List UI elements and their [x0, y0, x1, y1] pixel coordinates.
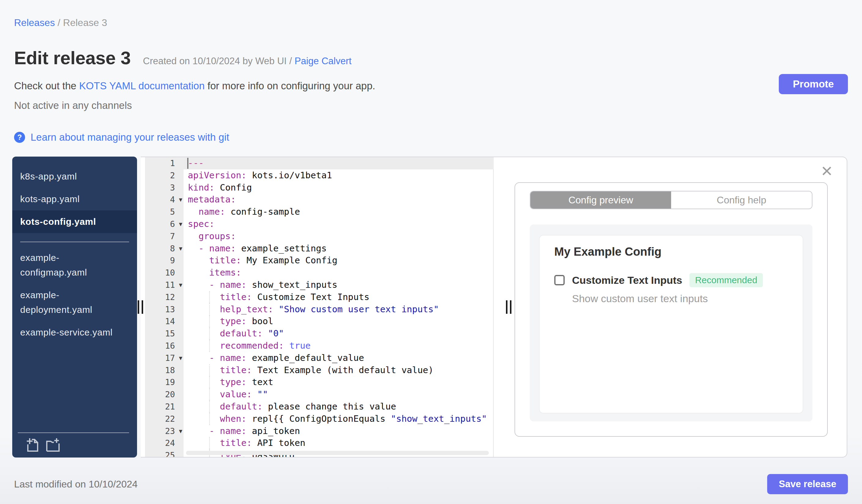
code-line[interactable]: 1---	[145, 157, 494, 170]
code-text: title: My Example Config	[184, 254, 494, 267]
promote-button[interactable]: Promote	[779, 74, 848, 94]
line-number: 10	[145, 267, 184, 279]
sidebar-file-example-service.yaml[interactable]: example-service.yaml	[12, 321, 137, 344]
code-text: - name: show_text_inputs	[184, 279, 494, 291]
line-number: 16	[145, 340, 184, 352]
last-modified: Last modified on 10/10/2024	[14, 479, 138, 490]
line-number: 13	[145, 303, 184, 316]
close-icon[interactable]	[822, 166, 832, 176]
code-line[interactable]: 10 items:	[145, 267, 494, 279]
created-text: Created on 10/10/2024 by Web UI /	[143, 56, 292, 66]
line-number: 19	[145, 376, 184, 388]
line-number: 3	[145, 182, 184, 194]
code-line[interactable]: 7 groups:	[145, 230, 494, 242]
kots-yaml-doc-link[interactable]: KOTS YAML documentation	[79, 80, 205, 91]
line-number: 20	[145, 388, 184, 401]
code-text: title: Text Example (with default value)	[184, 364, 494, 376]
code-line[interactable]: 19 type: text	[145, 376, 494, 388]
tab-config-help[interactable]: Config help	[671, 191, 812, 209]
sidebar-file-kots-config.yaml[interactable]: kots-config.yaml	[12, 210, 137, 233]
fold-arrow-icon[interactable]: ▾	[179, 218, 182, 230]
sidebar-file-k8s-app.yaml[interactable]: k8s-app.yaml	[12, 165, 137, 188]
fold-arrow-icon[interactable]: ▾	[179, 279, 182, 291]
recommended-badge: Recommended	[690, 273, 762, 287]
save-release-button[interactable]: Save release	[767, 474, 848, 494]
code-line[interactable]: 22 when: repl{{ ConfigOptionEquals "show…	[145, 413, 494, 425]
file-list: k8s-app.yamlkots-app.yamlkots-config.yam…	[12, 165, 137, 344]
code-line[interactable]: 23▾ - name: api_token	[145, 425, 494, 437]
sidebar-file-example-configmap.yaml[interactable]: example-configmap.yaml	[12, 247, 137, 284]
line-number: 7	[145, 230, 184, 242]
code-line[interactable]: 6▾spec:	[145, 218, 494, 230]
add-file-icon[interactable]	[26, 438, 39, 452]
code-line[interactable]: 24 title: API token	[145, 437, 494, 449]
line-number: 24	[145, 437, 184, 449]
fold-arrow-icon[interactable]: ▾	[179, 194, 182, 206]
code-line[interactable]: 8▾ - name: example_settings	[145, 242, 494, 255]
code-line[interactable]: 9 title: My Example Config	[145, 254, 494, 267]
line-number: 11▾	[145, 279, 184, 291]
code-line[interactable]: 21 default: please change this value	[145, 401, 494, 413]
title-row: Edit release 3 Created on 10/10/2024 by …	[14, 48, 848, 68]
text-cursor	[187, 158, 188, 169]
code-line[interactable]: 17▾ - name: example_default_value	[145, 352, 494, 364]
code-line[interactable]: 4▾metadata:	[145, 194, 494, 206]
sidebar-file-example-deployment.yaml[interactable]: example-deployment.yaml	[12, 284, 137, 321]
code-text: default: please change this value	[184, 401, 494, 413]
line-number: 1	[145, 157, 184, 170]
breadcrumb-link-releases[interactable]: Releases	[14, 17, 55, 28]
code-text: help_text: "Show custom user text inputs…	[184, 303, 494, 316]
code-line[interactable]: 15 default: "0"	[145, 328, 494, 340]
code-text: ---	[184, 157, 494, 170]
sidebar-footer	[18, 433, 129, 457]
sidebar-file-kots-app.yaml[interactable]: kots-app.yaml	[12, 188, 137, 210]
doc-hint: Check out the KOTS YAML documentation fo…	[14, 80, 848, 92]
code-line[interactable]: 16 recommended: true	[145, 340, 494, 352]
fold-arrow-icon[interactable]: ▾	[179, 242, 182, 255]
code-text: metadata:	[184, 194, 494, 206]
line-number: 21	[145, 401, 184, 413]
code-line[interactable]: 3kind: Config	[145, 182, 494, 194]
doc-hint-pre: Check out the	[14, 80, 79, 91]
code-text: type: text	[184, 376, 494, 388]
line-number: 23▾	[145, 425, 184, 437]
checkbox[interactable]	[554, 275, 565, 285]
line-number: 12	[145, 291, 184, 303]
fold-arrow-icon[interactable]: ▾	[179, 352, 182, 364]
code-line[interactable]: 14 type: bool	[145, 315, 494, 328]
code-text: title: API token	[184, 437, 494, 449]
code-editor[interactable]: 1---2apiVersion: kots.io/v1beta13kind: C…	[145, 157, 494, 457]
line-number: 14	[145, 315, 184, 328]
page: Releases / Release 3 Edit release 3 Crea…	[0, 0, 862, 504]
line-number: 6▾	[145, 218, 184, 230]
config-tabs: Config preview Config help	[530, 191, 812, 209]
resize-handle-right[interactable]	[506, 300, 511, 314]
code-line[interactable]: 11▾ - name: show_text_inputs	[145, 279, 494, 291]
resize-handle-left[interactable]	[138, 300, 143, 314]
code-line[interactable]: 20 value: ""	[145, 388, 494, 401]
channel-status: Not active in any channels	[14, 100, 848, 111]
code-line[interactable]: 5 name: config-sample	[145, 206, 494, 218]
breadcrumb-current: Release 3	[63, 17, 107, 28]
code-text: - name: api_token	[184, 425, 494, 437]
line-number: 8▾	[145, 242, 184, 255]
add-folder-icon[interactable]	[45, 438, 61, 452]
author-link[interactable]: Paige Calvert	[295, 56, 351, 66]
horizontal-scrollbar[interactable]	[186, 451, 489, 455]
code-text: when: repl{{ ConfigOptionEquals "show_te…	[184, 413, 494, 425]
tab-config-preview[interactable]: Config preview	[531, 191, 671, 209]
line-number: 5	[145, 206, 184, 218]
breadcrumb-separator: /	[55, 17, 63, 28]
line-number: 2	[145, 170, 184, 182]
help-icon[interactable]: ?	[14, 132, 25, 143]
code-line[interactable]: 13 help_text: "Show custom user text inp…	[145, 303, 494, 316]
code-line[interactable]: 12 title: Customize Text Inputs	[145, 291, 494, 303]
line-number: 9	[145, 254, 184, 267]
code-line[interactable]: 2apiVersion: kots.io/v1beta1	[145, 170, 494, 182]
fold-arrow-icon[interactable]: ▾	[179, 425, 182, 437]
config-item-help: Show custom user text inputs	[572, 293, 788, 305]
code-line[interactable]: 18 title: Text Example (with default val…	[145, 364, 494, 376]
learn-git-link[interactable]: Learn about managing your releases with …	[30, 132, 229, 143]
config-preview-canvas: My Example Config Customize Text Inputs …	[530, 225, 812, 422]
sidebar-divider	[20, 242, 129, 242]
